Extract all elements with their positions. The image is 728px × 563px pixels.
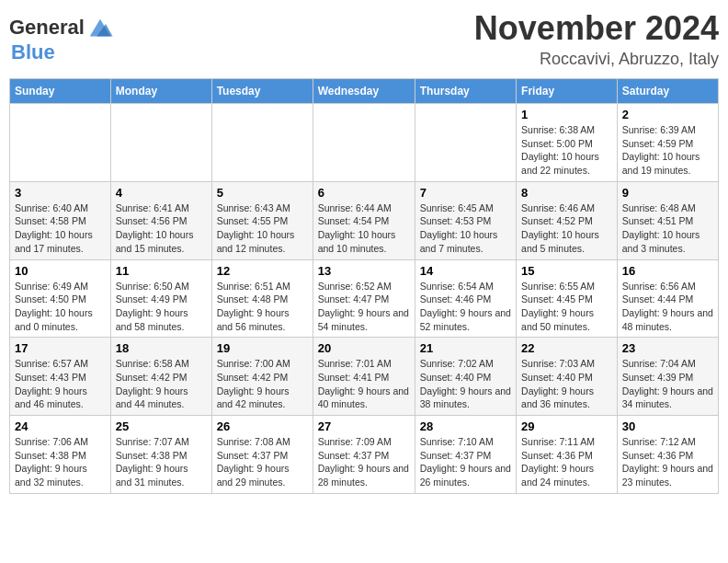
day-number: 3 [15, 186, 106, 200]
day-number: 29 [521, 419, 612, 433]
header-friday: Friday [517, 79, 618, 104]
calendar-cell: 14Sunrise: 6:54 AMSunset: 4:46 PMDayligh… [415, 259, 516, 338]
day-number: 12 [217, 264, 308, 278]
header-thursday: Thursday [415, 79, 516, 104]
calendar-cell [313, 104, 415, 182]
day-info: Sunrise: 6:39 AMSunset: 4:59 PMDaylight:… [622, 123, 713, 178]
day-number: 1 [521, 108, 612, 121]
calendar-cell: 15Sunrise: 6:55 AMSunset: 4:45 PMDayligh… [517, 259, 618, 338]
calendar-cell: 26Sunrise: 7:08 AMSunset: 4:37 PMDayligh… [211, 416, 313, 494]
day-info: Sunrise: 6:41 AMSunset: 4:56 PMDaylight:… [116, 201, 207, 256]
day-number: 8 [521, 186, 612, 200]
calendar-cell [211, 104, 313, 182]
day-info: Sunrise: 6:55 AMSunset: 4:45 PMDaylight:… [521, 280, 612, 334]
page-header: General Blue November 2024 Roccavivi, Ab… [9, 9, 719, 69]
day-number: 28 [420, 419, 511, 433]
calendar-cell: 10Sunrise: 6:49 AMSunset: 4:50 PMDayligh… [10, 259, 111, 338]
calendar-cell: 1Sunrise: 6:38 AMSunset: 5:00 PMDaylight… [517, 104, 618, 182]
day-number: 18 [116, 341, 207, 355]
day-number: 21 [420, 341, 511, 355]
day-number: 10 [15, 264, 106, 278]
day-info: Sunrise: 7:00 AMSunset: 4:42 PMDaylight:… [217, 357, 308, 411]
day-info: Sunrise: 7:03 AMSunset: 4:40 PMDaylight:… [521, 357, 612, 411]
day-number: 6 [318, 186, 410, 200]
calendar-week-row: 17Sunrise: 6:57 AMSunset: 4:43 PMDayligh… [10, 338, 719, 416]
day-info: Sunrise: 6:48 AMSunset: 4:51 PMDaylight:… [622, 201, 713, 256]
day-number: 7 [420, 186, 511, 200]
calendar-cell: 13Sunrise: 6:52 AMSunset: 4:47 PMDayligh… [313, 259, 415, 338]
header-tuesday: Tuesday [211, 79, 313, 104]
day-info: Sunrise: 6:52 AMSunset: 4:47 PMDaylight:… [318, 280, 410, 334]
day-info: Sunrise: 6:49 AMSunset: 4:50 PMDaylight:… [15, 280, 106, 334]
logo-icon [86, 14, 114, 41]
day-info: Sunrise: 7:08 AMSunset: 4:37 PMDaylight:… [217, 435, 308, 489]
calendar-cell: 17Sunrise: 6:57 AMSunset: 4:43 PMDayligh… [10, 338, 111, 416]
day-number: 19 [217, 341, 308, 355]
day-info: Sunrise: 6:43 AMSunset: 4:55 PMDaylight:… [217, 201, 308, 256]
day-info: Sunrise: 7:11 AMSunset: 4:36 PMDaylight:… [521, 435, 612, 489]
month-title: November 2024 [474, 9, 719, 48]
day-info: Sunrise: 6:45 AMSunset: 4:53 PMDaylight:… [420, 201, 511, 256]
day-number: 17 [15, 341, 106, 355]
logo-text-general: General [9, 17, 85, 39]
calendar-cell: 3Sunrise: 6:40 AMSunset: 4:58 PMDaylight… [10, 181, 111, 259]
day-info: Sunrise: 6:46 AMSunset: 4:52 PMDaylight:… [521, 201, 612, 256]
calendar-cell [110, 104, 211, 182]
calendar-header-row: SundayMondayTuesdayWednesdayThursdayFrid… [10, 79, 719, 104]
day-info: Sunrise: 7:02 AMSunset: 4:40 PMDaylight:… [420, 357, 511, 411]
day-info: Sunrise: 7:10 AMSunset: 4:37 PMDaylight:… [420, 435, 511, 489]
calendar-cell: 20Sunrise: 7:01 AMSunset: 4:41 PMDayligh… [313, 338, 415, 416]
calendar-cell: 12Sunrise: 6:51 AMSunset: 4:48 PMDayligh… [211, 259, 313, 338]
header-monday: Monday [110, 79, 211, 104]
day-number: 27 [318, 419, 410, 433]
calendar-cell: 5Sunrise: 6:43 AMSunset: 4:55 PMDaylight… [211, 181, 313, 259]
day-number: 23 [622, 341, 713, 355]
calendar-cell: 16Sunrise: 6:56 AMSunset: 4:44 PMDayligh… [617, 259, 718, 338]
day-number: 30 [622, 419, 713, 433]
day-info: Sunrise: 6:44 AMSunset: 4:54 PMDaylight:… [318, 201, 410, 256]
day-number: 9 [622, 186, 713, 200]
day-number: 4 [116, 186, 207, 200]
day-info: Sunrise: 6:40 AMSunset: 4:58 PMDaylight:… [15, 201, 106, 256]
calendar-cell: 21Sunrise: 7:02 AMSunset: 4:40 PMDayligh… [415, 338, 516, 416]
day-info: Sunrise: 6:56 AMSunset: 4:44 PMDaylight:… [622, 280, 713, 334]
day-number: 25 [116, 419, 207, 433]
day-info: Sunrise: 7:07 AMSunset: 4:38 PMDaylight:… [116, 435, 207, 489]
calendar-cell: 4Sunrise: 6:41 AMSunset: 4:56 PMDaylight… [110, 181, 211, 259]
day-info: Sunrise: 7:09 AMSunset: 4:37 PMDaylight:… [318, 435, 410, 489]
calendar-cell: 6Sunrise: 6:44 AMSunset: 4:54 PMDaylight… [313, 181, 415, 259]
calendar-cell [10, 104, 111, 182]
day-number: 15 [521, 264, 612, 278]
calendar-week-row: 1Sunrise: 6:38 AMSunset: 5:00 PMDaylight… [10, 104, 719, 182]
calendar-cell: 18Sunrise: 6:58 AMSunset: 4:42 PMDayligh… [110, 338, 211, 416]
calendar-cell: 2Sunrise: 6:39 AMSunset: 4:59 PMDaylight… [617, 104, 718, 182]
calendar-cell: 19Sunrise: 7:00 AMSunset: 4:42 PMDayligh… [211, 338, 313, 416]
calendar-week-row: 10Sunrise: 6:49 AMSunset: 4:50 PMDayligh… [10, 259, 719, 338]
calendar-week-row: 24Sunrise: 7:06 AMSunset: 4:38 PMDayligh… [10, 416, 719, 494]
day-number: 16 [622, 264, 713, 278]
calendar-cell: 11Sunrise: 6:50 AMSunset: 4:49 PMDayligh… [110, 259, 211, 338]
logo-text-blue: Blue [11, 40, 55, 63]
calendar-cell: 25Sunrise: 7:07 AMSunset: 4:38 PMDayligh… [110, 416, 211, 494]
day-number: 13 [318, 264, 410, 278]
calendar-cell: 28Sunrise: 7:10 AMSunset: 4:37 PMDayligh… [415, 416, 516, 494]
day-info: Sunrise: 6:57 AMSunset: 4:43 PMDaylight:… [15, 357, 106, 411]
title-block: November 2024 Roccavivi, Abruzzo, Italy [474, 9, 719, 69]
day-number: 24 [15, 419, 106, 433]
calendar-cell: 29Sunrise: 7:11 AMSunset: 4:36 PMDayligh… [517, 416, 618, 494]
day-number: 2 [622, 108, 713, 121]
calendar-cell: 7Sunrise: 6:45 AMSunset: 4:53 PMDaylight… [415, 181, 516, 259]
logo: General Blue [9, 14, 114, 63]
day-number: 22 [521, 341, 612, 355]
location-title: Roccavivi, Abruzzo, Italy [474, 50, 719, 69]
day-info: Sunrise: 7:12 AMSunset: 4:36 PMDaylight:… [622, 435, 713, 489]
header-sunday: Sunday [10, 79, 111, 104]
header-saturday: Saturday [617, 79, 718, 104]
day-number: 26 [217, 419, 308, 433]
day-info: Sunrise: 7:01 AMSunset: 4:41 PMDaylight:… [318, 357, 410, 411]
calendar-cell: 23Sunrise: 7:04 AMSunset: 4:39 PMDayligh… [617, 338, 718, 416]
calendar-cell: 27Sunrise: 7:09 AMSunset: 4:37 PMDayligh… [313, 416, 415, 494]
calendar-cell: 8Sunrise: 6:46 AMSunset: 4:52 PMDaylight… [517, 181, 618, 259]
calendar-cell: 9Sunrise: 6:48 AMSunset: 4:51 PMDaylight… [617, 181, 718, 259]
calendar-week-row: 3Sunrise: 6:40 AMSunset: 4:58 PMDaylight… [10, 181, 719, 259]
